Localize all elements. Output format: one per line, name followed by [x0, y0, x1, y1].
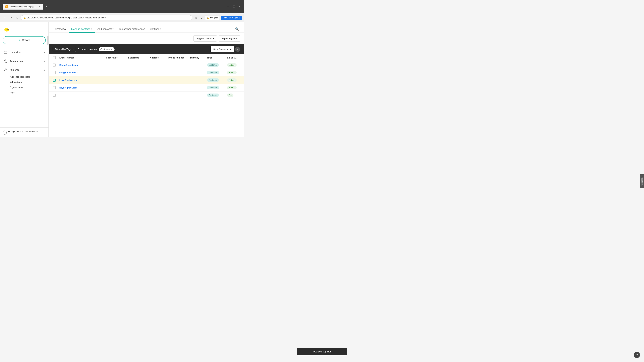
trial-clock-icon: ⏱: [3, 131, 7, 135]
row3-checkbox[interactable]: ✓: [53, 79, 56, 82]
create-button[interactable]: ✏ Create: [3, 36, 46, 44]
send-campaign-arrow: ▾: [230, 48, 231, 50]
send-campaign-button[interactable]: Send Campaign ▾: [211, 46, 234, 52]
row2-customer-tag: Customer: [207, 71, 219, 74]
row1-email-link[interactable]: Bingo@gmail.com: [59, 64, 78, 66]
new-tab-button[interactable]: +: [44, 4, 49, 9]
browser-chrome: M All subscribers of Moodjoy | Ma... ✕ +…: [0, 0, 244, 13]
campaigns-icon: [3, 50, 8, 55]
sidebar-bottom: ⏱ 89 days left to access a free trial. S…: [0, 127, 48, 137]
row5-sub-badge: S...: [227, 93, 234, 97]
window-controls: — ❐ ✕: [226, 5, 242, 9]
header-birthday: Birthday: [190, 56, 207, 59]
reload-button[interactable]: ↻: [15, 15, 19, 20]
row4-email-cell: heya@gmail.com ›: [59, 86, 106, 89]
export-segment-button[interactable]: Export Segment: [219, 35, 240, 41]
mailchimp-logo: [3, 26, 10, 33]
table-row: Girl@gmail.com › Customer Subs...: [49, 69, 244, 76]
content-toolbar: Toggle Columns ▾ Export Segment: [49, 33, 244, 44]
browser-tab[interactable]: M All subscribers of Moodjoy | Ma... ✕: [3, 4, 43, 9]
svg-point-5: [7, 29, 8, 29]
row1-emailm: Subs...: [227, 63, 237, 67]
extensions-button[interactable]: ⊡: [200, 15, 204, 20]
sidebar-top: ✏ Create: [0, 22, 48, 47]
bookmark-button[interactable]: ☆: [194, 15, 198, 20]
lock-icon: 🔒: [24, 16, 26, 19]
tab-add-contacts[interactable]: Add contacts ▾: [95, 25, 116, 33]
sidebar-subitem-all-contacts[interactable]: All contacts: [0, 79, 48, 85]
table-row: Bingo@gmail.com › Customer Subs...: [49, 61, 244, 69]
sidebar: ✏ Create Campaigns ▾ Automations ▾: [0, 22, 49, 137]
row5-tags: Customer: [207, 93, 227, 97]
table-row: ✓ Love@yahoo.com › Customer Subs...: [49, 76, 244, 84]
row3-sub-badge: Subs...: [227, 78, 237, 82]
svg-point-12: [6, 69, 7, 70]
svg-text:M: M: [6, 6, 8, 8]
row1-checkbox[interactable]: [53, 63, 56, 66]
row5-email-cell: [59, 94, 106, 96]
row2-checkbox-cell: [53, 71, 59, 74]
row5-checkbox[interactable]: [53, 94, 56, 97]
row5-customer-tag: Customer: [207, 93, 219, 97]
close-button[interactable]: ✕: [237, 5, 242, 9]
tab-close-button[interactable]: ✕: [38, 5, 40, 8]
row1-tags: Customer: [207, 63, 227, 67]
trial-days: 89 days left: [8, 130, 19, 133]
select-all-checkbox[interactable]: [53, 56, 56, 59]
create-icon: ✏: [18, 38, 21, 42]
sidebar-scroll-thumb: [48, 35, 48, 45]
row2-checkbox[interactable]: [53, 71, 56, 74]
search-button[interactable]: 🔍: [234, 26, 240, 32]
sidebar-item-campaigns[interactable]: Campaigns ▾: [0, 48, 48, 57]
tab-overview[interactable]: Overview: [53, 25, 68, 33]
row4-customer-tag: Customer: [207, 86, 219, 89]
row3-expand-icon[interactable]: ›: [80, 79, 80, 81]
row5-emailm: S...: [227, 93, 234, 97]
trial-notice: ⏱ 89 days left to access a free trial.: [3, 130, 46, 135]
forward-button[interactable]: →: [8, 15, 14, 20]
sidebar-item-automations[interactable]: Automations ▾: [0, 57, 48, 65]
toggle-columns-button[interactable]: Toggle Columns ▾: [193, 35, 217, 41]
row2-expand-icon[interactable]: ›: [77, 71, 78, 74]
tab-title: All subscribers of Moodjoy | Ma...: [10, 5, 36, 8]
row2-email-link[interactable]: Girl@gmail.com: [59, 71, 76, 74]
row1-expand-icon[interactable]: ›: [80, 64, 81, 66]
back-button[interactable]: ←: [2, 15, 7, 20]
tab-manage-contacts[interactable]: Manage contacts ▾: [68, 25, 95, 33]
tab-settings[interactable]: Settings ▾: [148, 25, 164, 33]
app-container: ✏ Create Campaigns ▾ Automations ▾: [0, 22, 244, 137]
tags-label: Tags: [10, 91, 14, 94]
sidebar-nav: Campaigns ▾ Automations ▾ Audience ▴ Aud…: [0, 47, 48, 127]
overview-label: Overview: [55, 27, 66, 30]
all-contacts-label: All contacts: [10, 81, 22, 83]
row3-email-link[interactable]: Love@yahoo.com: [59, 79, 78, 81]
address-bar[interactable]: 🔒 us21.admin.mailchimp.com/lists/members…: [21, 15, 192, 20]
sidebar-subitem-tags[interactable]: Tags: [0, 90, 48, 95]
row1-customer-tag: Customer: [207, 63, 219, 67]
svg-point-9: [5, 51, 5, 52]
row5-email-link[interactable]: [59, 94, 60, 96]
row2-emailm: Subs...: [227, 71, 237, 74]
minimize-button[interactable]: —: [226, 5, 230, 8]
row4-checkbox[interactable]: [53, 86, 56, 89]
manage-contacts-arrow: ▾: [91, 28, 92, 30]
header-email: Email Address: [59, 56, 106, 59]
campaigns-arrow: ▾: [44, 51, 45, 54]
tab-subscriber-preferences[interactable]: Subscriber preferences: [116, 25, 148, 33]
campaigns-label: Campaigns: [10, 51, 44, 54]
row4-expand-icon[interactable]: ›: [79, 86, 80, 89]
filtered-by-tags-button[interactable]: Filtered by Tags ▾: [53, 47, 76, 52]
row1-sub-badge: Subs...: [227, 63, 237, 67]
row4-sub-badge: Subs...: [227, 86, 237, 89]
table-row: heya@gmail.com › Customer Subs...: [49, 84, 244, 91]
relaunch-button[interactable]: Relaunch to update: [221, 15, 242, 20]
sidebar-subitem-signup-forms[interactable]: Signup forms: [0, 85, 48, 90]
row4-email-link[interactable]: heya@gmail.com: [59, 86, 77, 89]
row2-email-cell: Girl@gmail.com ›: [59, 71, 106, 74]
maximize-button[interactable]: ❐: [232, 5, 236, 9]
sidebar-subitem-audience-dashboard[interactable]: Audience dashboard: [0, 74, 48, 79]
sidebar-item-audience[interactable]: Audience ▴: [0, 65, 48, 74]
filter-close-button[interactable]: ✕: [235, 47, 240, 52]
header-checkbox-col: [53, 56, 59, 59]
filter-tag-remove-button[interactable]: ✕: [111, 48, 113, 51]
